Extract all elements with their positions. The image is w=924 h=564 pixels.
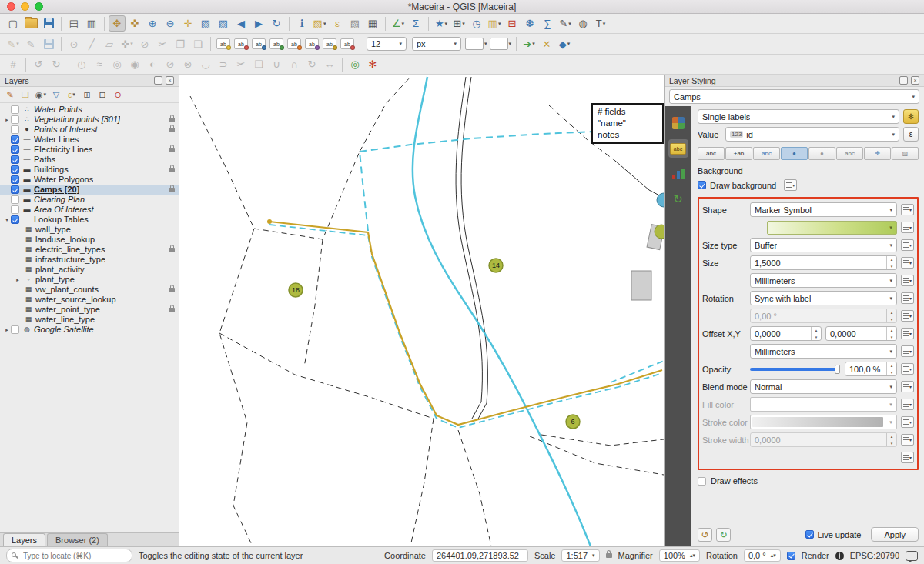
layer-visibility-checkbox[interactable] xyxy=(11,115,19,124)
layer-visibility-checkbox[interactable] xyxy=(11,195,19,204)
cut-features[interactable]: ✂ xyxy=(154,36,171,52)
enable-advanced-digitizing[interactable]: # xyxy=(5,56,22,72)
layer-item-water-source-lookup[interactable]: ▦water_source_lookup xyxy=(0,295,179,305)
messages-icon[interactable] xyxy=(906,551,918,561)
stroke-color-data-defined-button[interactable]: ▾ xyxy=(901,416,914,428)
float-panel-icon[interactable] xyxy=(154,76,162,85)
identify-features[interactable]: ℹ xyxy=(293,15,310,32)
close-panel-icon[interactable]: × xyxy=(166,76,174,85)
project-save[interactable] xyxy=(40,15,57,32)
combo-data-defined-button[interactable]: ▾ xyxy=(901,275,914,286)
apply-button[interactable]: Apply xyxy=(871,527,919,542)
zoom-last[interactable]: ◀ xyxy=(233,15,249,32)
zoom-to-selection[interactable]: ▧ xyxy=(197,15,214,32)
expression-builder-button[interactable]: ε xyxy=(903,127,919,142)
label-diamond-tool[interactable]: ◆▾ xyxy=(556,36,573,52)
stroke-color-button[interactable]: ▾ xyxy=(750,415,897,429)
text-color-button[interactable]: ▾ xyxy=(464,36,488,52)
size-type-data-defined-button[interactable]: ▾ xyxy=(901,239,914,251)
paste-features[interactable]: ❏ xyxy=(189,36,206,52)
highlight-labels[interactable] xyxy=(250,36,267,52)
rotate-label[interactable] xyxy=(321,36,338,52)
layer-item-water-points[interactable]: ∴Water Points xyxy=(0,105,179,115)
zoom-window-button[interactable] xyxy=(35,2,43,11)
symbology-tab[interactable] xyxy=(668,114,688,132)
close-panel-icon[interactable]: × xyxy=(911,76,919,85)
layer-item-water-polygons[interactable]: ▬Water Polygons xyxy=(0,175,179,185)
merge-features[interactable]: ∪ xyxy=(268,56,285,72)
blend-mode-data-defined-button[interactable]: ▾ xyxy=(901,381,914,392)
manage-map-themes[interactable]: ◉▾ xyxy=(34,88,48,102)
current-edits[interactable]: ✎▾ xyxy=(5,36,22,52)
layer-item-points-of-interest[interactable]: ●Points of Interest xyxy=(0,125,179,135)
layer-visibility-checkbox[interactable] xyxy=(11,105,19,114)
temporal-controller[interactable]: ◷ xyxy=(468,15,485,32)
quickmap-services[interactable]: ✻ xyxy=(364,56,381,72)
tab-text[interactable]: abc xyxy=(698,147,725,160)
layer-diagram-options[interactable] xyxy=(233,36,249,52)
combo-combo[interactable]: Millimeters▾ xyxy=(750,344,897,359)
shape-combo[interactable]: Marker Symbol▾ xyxy=(750,202,897,217)
redo-edit[interactable]: ↻ xyxy=(48,56,65,72)
sum-features[interactable]: ∑ xyxy=(539,15,556,32)
tab-rendering[interactable]: ▨ xyxy=(892,147,919,160)
project-open[interactable] xyxy=(22,15,39,32)
layer-item-plant-type[interactable]: ▸◦plant_type xyxy=(0,275,179,285)
delete-selected[interactable]: ⊘ xyxy=(136,36,153,52)
expander-icon[interactable]: ▸ xyxy=(3,115,11,125)
live-update-checkbox[interactable] xyxy=(805,530,814,539)
measure[interactable]: ∠▾ xyxy=(390,15,407,32)
new-map-view[interactable]: ⊞▾ xyxy=(450,15,467,32)
rotation-combo[interactable]: Sync with label▾ xyxy=(750,291,897,305)
trim-extend[interactable]: ↔ xyxy=(321,56,338,72)
new-print-layout[interactable]: ▤ xyxy=(65,15,82,32)
layer-visibility-checkbox[interactable] xyxy=(11,135,19,144)
tab-shadow[interactable]: ● xyxy=(808,147,835,160)
tab-background[interactable]: ● xyxy=(781,147,808,160)
spin-data-defined-button[interactable]: ▾ xyxy=(901,310,914,322)
magnifier-combo[interactable]: 100% ▴▾ xyxy=(659,549,700,562)
pan-map[interactable]: ✥ xyxy=(109,15,126,32)
show-hidden-labels[interactable] xyxy=(286,36,303,52)
annotations[interactable]: ✎▾ xyxy=(557,15,574,32)
tab-placement[interactable]: ✛ xyxy=(864,147,891,160)
opacity-slider[interactable] xyxy=(750,364,840,375)
fill-color-button[interactable]: ▾ xyxy=(750,397,897,412)
tab-formatting[interactable]: +ab xyxy=(725,147,752,160)
size-spinbox[interactable]: 1,5000▴▾ xyxy=(750,255,897,270)
offset-x-y-y-spinbox[interactable]: 0,0000▴▾ xyxy=(825,326,897,341)
layer-item-water-point-type[interactable]: ▦water_point_type xyxy=(0,305,179,315)
font-units-combo[interactable]: px▾ xyxy=(412,37,461,51)
layer-visibility-checkbox[interactable] xyxy=(11,165,19,174)
automated-placement-button[interactable]: ✻ xyxy=(903,109,919,124)
add-group[interactable]: ❏ xyxy=(18,88,32,102)
offset-curve[interactable]: ◡ xyxy=(197,56,214,72)
undo-style-button[interactable]: ↺ xyxy=(698,528,712,542)
draw-effects-checkbox[interactable] xyxy=(698,477,706,486)
spin-spinbox[interactable]: 0,00 °▴▾ xyxy=(750,309,897,323)
locate-input[interactable] xyxy=(22,551,127,561)
layer-item-google-satellite[interactable]: ▸◍Google Satellite xyxy=(0,325,179,335)
open-attribute-table[interactable]: ▦ xyxy=(364,15,381,32)
scale-combo[interactable]: 1:517 ▾ xyxy=(561,549,599,562)
text-annotation[interactable]: T▾ xyxy=(592,15,609,32)
save-edits[interactable] xyxy=(40,36,57,52)
remove-layer-group[interactable]: ⊖ xyxy=(111,88,125,102)
select-features[interactable]: ▧▾ xyxy=(311,15,328,32)
fill-ring[interactable]: ◐ xyxy=(144,56,161,72)
add-part[interactable]: ◉ xyxy=(126,56,143,72)
layout-manager[interactable]: ▥ xyxy=(83,15,100,32)
blend-mode-combo[interactable]: Normal▾ xyxy=(750,379,897,394)
stroke-width-data-defined-button[interactable]: ▾ xyxy=(901,434,914,446)
osm-place-search[interactable]: ◎ xyxy=(346,56,363,72)
font-size-combo[interactable]: 12▾ xyxy=(367,37,407,51)
expander-icon[interactable]: ▸ xyxy=(14,275,22,285)
change-label-properties[interactable] xyxy=(339,36,356,52)
preview-data-defined-button[interactable]: ▾ xyxy=(901,222,914,233)
re​shape-features[interactable]: ⊃ xyxy=(215,56,232,72)
panel-tab-browser-2[interactable]: Browser (2) xyxy=(47,533,108,546)
layer-visibility-checkbox[interactable] xyxy=(11,325,19,334)
undo-edit[interactable]: ↺ xyxy=(30,56,47,72)
new-bookmark[interactable]: ★▾ xyxy=(433,15,450,32)
render-checkbox[interactable] xyxy=(787,552,795,560)
